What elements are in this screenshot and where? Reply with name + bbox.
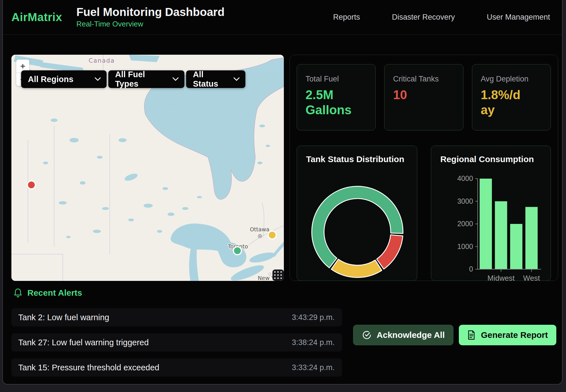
status-filter-dropdown[interactable]: All Status	[186, 70, 245, 88]
fuel-type-filter-dropdown[interactable]: All Fuel Types	[108, 70, 184, 88]
alert-message: Tank 27: Low fuel warning triggered	[18, 338, 149, 347]
map-canvas[interactable]: Canada Ottawa Toronto New York	[11, 55, 284, 281]
tank-status-donut	[297, 166, 417, 281]
nav-disaster-recovery[interactable]: Disaster Recovery	[392, 13, 455, 22]
fuel-type-filter-value: All Fuel Types	[115, 70, 166, 89]
generate-report-button[interactable]: Generate Report	[459, 325, 556, 345]
svg-text:0: 0	[469, 265, 473, 273]
svg-text:2000: 2000	[457, 220, 473, 228]
status-filter-value: All Status	[193, 70, 227, 89]
map-filter-bar: All Regions All Fuel Types All Status	[21, 70, 245, 88]
map-drag-handle[interactable]	[272, 270, 284, 281]
map-label-canada: Canada	[89, 57, 115, 64]
svg-text:3000: 3000	[457, 197, 473, 205]
region-filter-dropdown[interactable]: All Regions	[21, 70, 107, 88]
stat-card-avg-depletion: Avg Depletion 1.8%/day	[472, 64, 551, 130]
main-nav: Reports Disaster Recovery User Managemen…	[333, 13, 550, 22]
alert-row: Tank 2: Low fuel warning 3:43:29 p.m.	[11, 308, 342, 326]
map-marker-normal[interactable]	[233, 247, 241, 255]
alert-row: Tank 27: Low fuel warning triggered 3:38…	[11, 333, 342, 352]
stat-value: 1.8%/day	[481, 87, 524, 118]
charts-row: Tank Status Distribution Regional Consum…	[297, 146, 551, 281]
brand-logo: AirMatrix	[11, 11, 62, 24]
title-block: Fuel Monitoring Dashboard Real-Time Over…	[76, 6, 225, 28]
stat-label: Total Fuel	[306, 75, 375, 83]
svg-text:West: West	[523, 274, 540, 281]
svg-text:Midwest: Midwest	[487, 274, 515, 281]
chevron-down-icon	[95, 77, 101, 81]
generate-report-label: Generate Report	[481, 330, 548, 340]
check-circle-icon	[362, 330, 372, 340]
bell-icon	[13, 288, 23, 298]
stat-value: 2.5M Gallons	[306, 87, 370, 118]
nav-user-management[interactable]: User Management	[487, 13, 550, 22]
nav-reports[interactable]: Reports	[333, 13, 360, 22]
alert-timestamp: 3:33:24 p.m.	[292, 363, 335, 372]
stat-card-critical-tanks: Critical Tanks 10	[384, 64, 463, 130]
alerts-header: Recent Alerts	[13, 288, 82, 298]
regional-consumption-title: Regional Consumption	[440, 154, 534, 164]
stat-label: Avg Depletion	[481, 75, 551, 83]
regional-consumption-chart: 01000200030004000MidwestWest	[431, 166, 551, 281]
page-title: Fuel Monitoring Dashboard	[76, 6, 225, 18]
alert-message: Tank 15: Pressure threshold exceeded	[18, 363, 159, 372]
tank-status-title: Tank Status Distribution	[306, 154, 404, 164]
tank-status-panel: Tank Status Distribution	[297, 146, 417, 281]
svg-text:1000: 1000	[457, 242, 473, 250]
map-panel[interactable]: Canada Ottawa Toronto New York + − All R…	[11, 55, 284, 281]
stats-row: Total Fuel 2.5M Gallons Critical Tanks 1…	[297, 64, 551, 130]
chevron-down-icon	[233, 77, 240, 81]
page-subtitle: Real-Time Overview	[76, 20, 225, 28]
chevron-down-icon	[172, 77, 179, 81]
dashboard-window: AirMatrix Fuel Monitoring Dashboard Real…	[2, 0, 563, 385]
alert-timestamp: 3:38:24 p.m.	[292, 338, 335, 347]
alert-timestamp: 3:43:29 p.m.	[292, 313, 335, 322]
map-marker-warning[interactable]	[268, 231, 276, 239]
region-filter-value: All Regions	[28, 75, 74, 84]
stat-card-total-fuel: Total Fuel 2.5M Gallons	[297, 64, 376, 130]
svg-text:4000: 4000	[457, 174, 473, 182]
alert-message: Tank 2: Low fuel warning	[18, 313, 109, 322]
acknowledge-all-label: Acknowledge All	[377, 330, 445, 340]
alert-row: Tank 15: Pressure threshold exceeded 3:3…	[11, 358, 342, 377]
app-header: AirMatrix Fuel Monitoring Dashboard Real…	[3, 0, 562, 35]
map-marker-critical[interactable]	[27, 181, 35, 189]
alerts-title: Recent Alerts	[27, 288, 82, 298]
metrics-panel: Total Fuel 2.5M Gallons Critical Tanks 1…	[290, 55, 558, 281]
document-icon	[467, 330, 476, 340]
stat-value: 10	[393, 87, 457, 103]
regional-consumption-panel: Regional Consumption 01000200030004000Mi…	[431, 146, 551, 281]
acknowledge-all-button[interactable]: Acknowledge All	[353, 325, 453, 345]
ottawa-city-dot-center	[259, 236, 261, 237]
stat-label: Critical Tanks	[393, 75, 463, 83]
map-label-ottawa: Ottawa	[250, 226, 270, 232]
